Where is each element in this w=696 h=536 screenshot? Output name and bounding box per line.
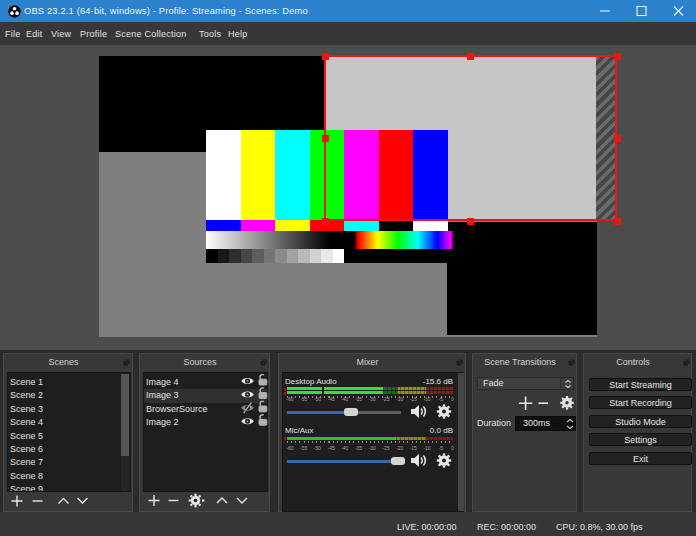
- svg-text:-15: -15: [410, 396, 417, 402]
- svg-text:-20: -20: [396, 445, 403, 451]
- svg-text:-60: -60: [286, 445, 293, 451]
- svg-text:-30: -30: [369, 396, 376, 402]
- svg-text:-25: -25: [382, 396, 389, 402]
- svg-text:-10: -10: [423, 445, 430, 451]
- svg-text:-20: -20: [396, 396, 403, 402]
- svg-text:-40: -40: [341, 445, 348, 451]
- svg-text:-35: -35: [355, 445, 362, 451]
- svg-text:-55: -55: [300, 445, 307, 451]
- svg-text:-40: -40: [341, 396, 348, 402]
- svg-text:-30: -30: [369, 445, 376, 451]
- svg-text:-45: -45: [327, 445, 334, 451]
- svg-text:-50: -50: [314, 445, 321, 451]
- svg-text:0: 0: [451, 396, 454, 402]
- svg-text:0: 0: [451, 445, 454, 451]
- svg-text:-55: -55: [300, 396, 307, 402]
- svg-text:-60: -60: [286, 396, 293, 402]
- svg-text:-10: -10: [423, 396, 430, 402]
- svg-text:-50: -50: [314, 396, 321, 402]
- svg-text:-35: -35: [355, 396, 362, 402]
- svg-text:-15: -15: [410, 445, 417, 451]
- svg-text:-5: -5: [438, 445, 443, 451]
- svg-text:-25: -25: [382, 445, 389, 451]
- svg-text:-45: -45: [327, 396, 334, 402]
- svg-text:-5: -5: [438, 396, 443, 402]
